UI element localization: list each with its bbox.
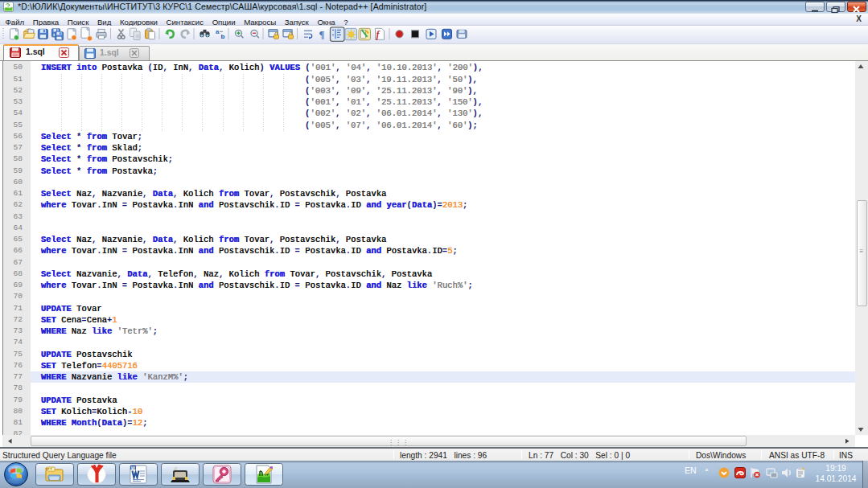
svg-text:W: W	[131, 465, 136, 470]
svg-text:¶: ¶	[319, 28, 325, 40]
svg-text:a: a	[216, 28, 220, 35]
svg-text:b: b	[221, 33, 225, 40]
